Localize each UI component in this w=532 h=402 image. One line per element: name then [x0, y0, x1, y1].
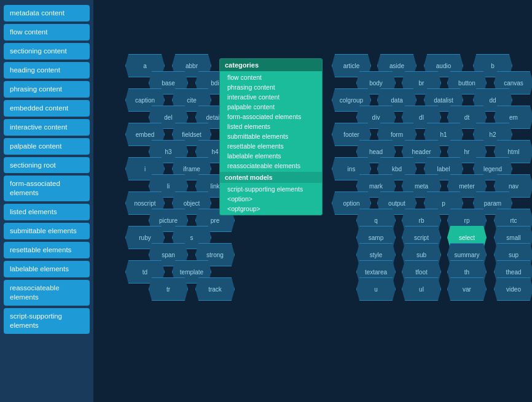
tooltip-content-models-header: content models [220, 172, 322, 183]
sidebar-btn-interactive-content[interactable]: interactive content [4, 119, 90, 136]
hex-label-ul: ul [402, 277, 441, 301]
hex-tr[interactable]: tr [149, 277, 188, 301]
tooltip-cm-item[interactable]: <option> [220, 194, 322, 204]
tooltip-cat-item[interactable]: flow content [220, 72, 322, 82]
sidebar-btn-palpable-content[interactable]: palpable content [4, 138, 90, 155]
hex-video[interactable]: video [494, 277, 532, 301]
tooltip-cat-item[interactable]: palpable content [220, 102, 322, 112]
tooltip-cat-item[interactable]: labelable elements [220, 151, 322, 161]
tooltip-cm-item[interactable]: script-supporting elements [220, 184, 322, 194]
hex-label-var: var [447, 277, 487, 301]
sidebar-btn-listed-elements[interactable]: listed elements [4, 204, 90, 220]
sidebar-btn-embedded-content[interactable]: embedded content [4, 100, 90, 117]
tooltip-cat-item[interactable]: listed elements [220, 122, 322, 131]
hex-label-tr: tr [149, 277, 188, 301]
sidebar-btn-phrasing-content[interactable]: phrasing content [4, 81, 90, 98]
sidebar-btn-heading-content[interactable]: heading content [4, 62, 90, 79]
hex-var[interactable]: var [447, 277, 487, 301]
tooltip-cm-item[interactable]: <optgroup> [220, 204, 322, 214]
element-tooltip: categories flow contentphrasing contenti… [219, 58, 323, 215]
tooltip-cat-item[interactable]: submittable elements [220, 131, 322, 141]
sidebar: metadata contentflow contentsectioning c… [0, 0, 93, 402]
tooltip-categories: flow contentphrasing contentinteractive … [220, 71, 322, 172]
tooltip-cat-item[interactable]: form-associated elements [220, 112, 322, 122]
hex-label-video: video [494, 277, 532, 301]
sidebar-btn-script-supporting-elements[interactable]: script-supporting elements [4, 308, 90, 334]
sidebar-btn-reassociateable-elements[interactable]: reassociateable elements [4, 280, 90, 306]
sidebar-btn-submittable-elements[interactable]: submittable elements [4, 223, 90, 239]
tooltip-cat-item[interactable]: interactive content [220, 92, 322, 102]
hex-ul[interactable]: ul [402, 277, 441, 301]
sidebar-btn-sectioning-content[interactable]: sectioning content [4, 43, 90, 60]
sidebar-btn-labelable-elements[interactable]: labelable elements [4, 261, 90, 277]
sidebar-btn-metadata-content[interactable]: metadata content [4, 5, 90, 21]
sidebar-btn-sectioning-root[interactable]: sectioning root [4, 157, 90, 174]
tooltip-cat-item[interactable]: resettable elements [220, 141, 322, 151]
hex-label-u: u [356, 277, 396, 301]
hex-u[interactable]: u [356, 277, 396, 301]
tooltip-content-models: script-supporting elements<option><optgr… [220, 183, 322, 215]
tooltip-header: categories [220, 59, 322, 71]
sidebar-btn-resettable-elements[interactable]: resettable elements [4, 242, 90, 258]
tooltip-cat-item[interactable]: phrasing content [220, 82, 322, 92]
tooltip-cat-item[interactable]: reassociateable elements [220, 161, 322, 171]
hex-track[interactable]: track [195, 277, 235, 301]
sidebar-btn-form-associated-elements[interactable]: form-associated elements [4, 176, 90, 201]
sidebar-btn-flow-content[interactable]: flow content [4, 24, 90, 41]
hex-label-track: track [195, 277, 235, 301]
main-content: categories flow contentphrasing contenti… [93, 0, 532, 402]
